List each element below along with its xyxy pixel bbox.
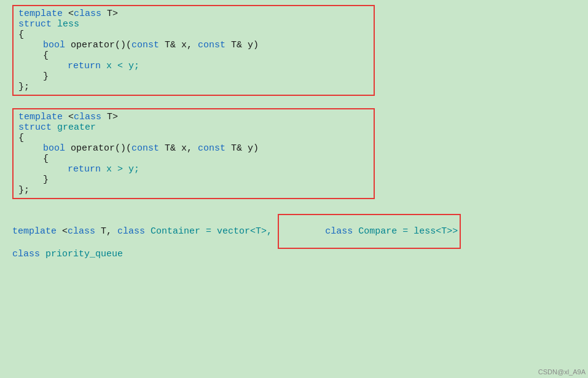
highlighted-compare: class Compare = less<T>> [278,214,461,249]
line-2-5: { [18,154,369,164]
line-2-4: bool operator()(const T& x, const T& y) [18,143,369,154]
kw-class-2: class [74,112,101,122]
kw-return-1: return [68,61,106,71]
param-compare: Compare = less<T>> [358,226,458,237]
line-1-1: template <class T> [18,9,369,19]
kw-class-3c: class [325,226,358,237]
kw-const-1b: const [198,40,225,50]
code-block-3: template < class T, class Container = ve… [12,214,576,259]
kw-struct-1: struct [18,19,57,30]
line-3-2: class priority_queue [12,249,576,259]
line-2-2: struct greater [18,122,369,133]
kw-class-3b: class [117,226,145,237]
line-2-7: } [18,175,369,185]
expr-greater: x > y; [106,164,139,175]
line-2-3: { [18,133,369,143]
kw-struct-2: struct [18,122,57,133]
line-2-1: template <class T> [18,112,369,122]
kw-return-2: return [68,164,106,175]
line-1-3: { [18,30,369,40]
line-1-8: }; [18,82,369,92]
code-block-1: template <class T> struct less { bool op… [12,5,375,96]
kw-template-2: template [18,112,68,122]
kw-template-1: template [18,9,68,19]
watermark: CSDN@xl_A9A [538,368,586,376]
line-1-4: bool operator()(const T& x, const T& y) [18,40,369,50]
line-2-6: return x > y; [18,164,369,175]
kw-const-2b: const [198,143,225,154]
kw-template-3: template [12,226,62,237]
kw-class-1: class [74,9,101,19]
line-2-8: }; [18,185,369,195]
line-1-6: return x < y; [18,61,369,71]
line-1-5: { [18,50,369,61]
name-greater: greater [57,122,96,133]
name-less: less [57,19,79,30]
line-1-2: struct less [18,19,369,30]
name-priority-queue: priority_queue [45,249,123,259]
line-3-1: template < class T, class Container = ve… [12,214,576,249]
code-editor: template <class T> struct less { bool op… [0,0,588,378]
kw-bool-2: bool [43,143,71,154]
kw-bool-1: bool [43,40,71,50]
kw-const-1a: const [131,40,159,50]
code-block-2: template <class T> struct greater { bool… [12,108,375,199]
kw-class-3d: class [12,249,45,259]
kw-const-2a: const [131,143,159,154]
kw-class-3a: class [68,226,95,237]
param-container: Container = vector<T>, [145,226,278,237]
line-1-7: } [18,71,369,82]
expr-less: x < y; [106,61,139,71]
